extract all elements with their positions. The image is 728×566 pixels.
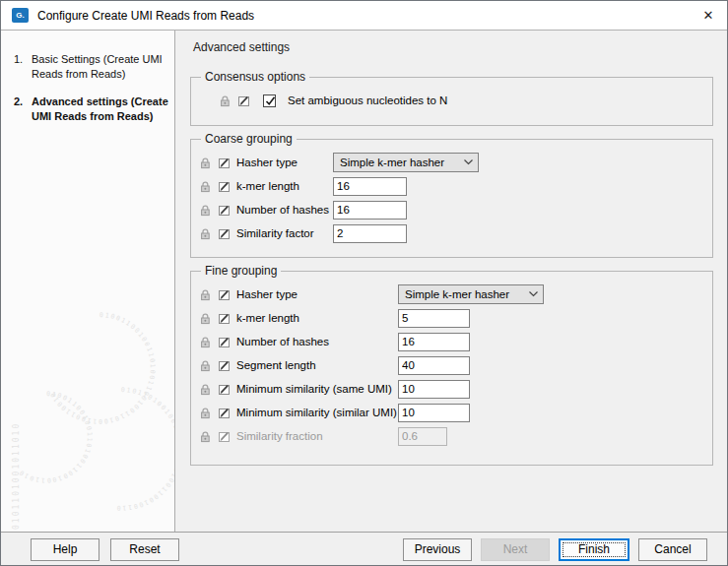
coarse-similarity-factor-input[interactable] [333,224,407,243]
field-label: Hasher type [236,157,333,168]
close-button[interactable]: ✕ [690,1,727,30]
fine-segment-length-input[interactable] [398,356,470,375]
field-label: k-mer length [236,180,333,192]
edit-pencil-icon[interactable] [218,407,231,419]
selected-value: Simple k-mer hasher [340,157,464,168]
checkmark-icon [264,94,277,107]
field-label: Hasher type [236,288,398,300]
content-panel: Advanced settings Consensus options Set … [175,31,727,532]
step-number: 1. [14,52,32,82]
lock-icon [199,180,212,193]
edit-pencil-icon[interactable] [218,204,231,217]
edit-pencil-icon[interactable] [218,359,231,372]
group-coarse-grouping: Coarse grouping Hasher type Simple k-mer… [190,132,713,258]
fine-hasher-type-select[interactable]: Simple k-mer hasher [398,284,544,304]
fine-min-similarity-same-umi-input[interactable] [398,380,470,399]
edit-pencil-icon[interactable] [218,180,231,193]
fine-number-of-hashes-input[interactable] [398,333,470,351]
step-label: Basic Settings (Create UMI Reads from Re… [32,52,168,82]
lock-icon [199,204,212,217]
edit-pencil-icon[interactable] [218,336,231,348]
lock-icon [199,227,212,240]
step-number: 2. [14,94,32,124]
fine-similarity-fraction-row: Similarity fraction [199,424,704,448]
finish-button[interactable]: Finish [559,538,629,561]
group-title: Fine grouping [201,264,281,278]
fine-number-of-hashes-row: Number of hashes [199,330,704,353]
watermark-text: 01001100100110100110010011010 [17,390,94,484]
lock-icon [199,407,212,419]
coarse-number-of-hashes-input[interactable] [333,201,407,220]
lock-icon [199,383,212,396]
dialog-footer: Help Reset Previous Next Finish Cancel [1,532,727,566]
edit-pencil-icon[interactable] [218,312,231,325]
dialog-body: 1. Basic Settings (Create UMI Reads from… [1,30,727,532]
group-title: Consensus options [201,70,309,84]
field-label: Minimum similarity (similar UMI) [236,407,398,418]
fine-similarity-fraction-input [398,427,447,446]
field-label: Similarity factor [236,227,333,239]
configure-dialog-window: G. Configure Create UMI Reads from Reads… [0,0,728,566]
edit-pencil-icon[interactable] [237,94,250,107]
field-label: Segment length [236,359,398,371]
fine-kmer-length-row: k-mer length [199,306,704,330]
lock-icon [199,312,212,325]
window-title: Configure Create UMI Reads from Reads [37,9,254,23]
wizard-steps: 1. Basic Settings (Create UMI Reads from… [1,31,174,124]
edit-pencil-icon[interactable] [218,157,231,169]
close-icon: ✕ [703,8,714,23]
chevron-down-icon [529,291,538,297]
lock-icon [199,336,212,348]
ambiguous-nucleotides-checkbox[interactable] [263,94,276,107]
selected-value: Simple k-mer hasher [405,288,529,300]
step-advanced-settings: 2. Advanced settings (Create UMI Reads f… [14,94,168,124]
coarse-hasher-type-select[interactable]: Simple k-mer hasher [333,153,479,172]
edit-pencil-icon[interactable] [218,227,231,240]
step-basic-settings: 1. Basic Settings (Create UMI Reads from… [14,52,168,82]
edit-pencil-icon [218,430,231,443]
reset-button[interactable]: Reset [110,538,179,561]
field-label: k-mer length [236,312,398,324]
fine-hasher-type-row: Hasher type Simple k-mer hasher [199,283,704,306]
page-title: Advanced settings [190,31,713,65]
watermark-text: 0101101001001100101101001100100110 [115,386,174,512]
fine-min-similarity-similar-umi-input[interactable] [398,404,470,422]
field-label: Number of hashes [236,336,398,347]
fine-min-similarity-similar-umi-row: Minimum similarity (similar UMI) [199,401,704,424]
wizard-sidebar: 1. Basic Settings (Create UMI Reads from… [1,31,175,532]
footer-left-buttons: Help Reset [31,538,179,561]
chevron-down-icon [464,159,473,165]
binary-spiral-watermark: 0100110010011010011001001101001100110010… [1,266,174,532]
titlebar[interactable]: G. Configure Create UMI Reads from Reads… [1,1,727,30]
fine-kmer-length-input[interactable] [398,309,470,328]
step-label: Advanced settings (Create UMI Reads from… [32,94,168,124]
next-button: Next [481,538,550,561]
help-button[interactable]: Help [31,538,99,561]
checkbox-label: Set ambiguous nucleotides to N [288,94,447,106]
watermark-text: 0100110010011010011001001101001100110010 [48,311,157,425]
fine-segment-length-row: Segment length [199,353,704,377]
field-label: Minimum similarity (same UMI) [236,383,398,395]
edit-pencil-icon[interactable] [218,288,231,301]
watermark-text: 0101101001011010 [12,422,21,530]
coarse-kmer-length-input[interactable] [333,177,407,196]
footer-right-buttons: Previous Next Finish Cancel [403,538,707,561]
app-logo-icon: G. [12,8,29,23]
coarse-similarity-factor-row: Similarity factor [199,221,704,245]
ambiguous-nucleotides-row: Set ambiguous nucleotides to N [199,89,704,112]
coarse-number-of-hashes-row: Number of hashes [199,198,704,221]
cancel-button[interactable]: Cancel [638,538,707,561]
edit-pencil-icon[interactable] [218,383,231,396]
previous-button[interactable]: Previous [403,538,472,561]
fine-min-similarity-same-umi-row: Minimum similarity (same UMI) [199,377,704,401]
coarse-kmer-length-row: k-mer length [199,174,704,198]
field-label: Number of hashes [236,204,333,216]
coarse-hasher-type-row: Hasher type Simple k-mer hasher [199,151,704,174]
group-consensus-options: Consensus options Set ambiguous nucleoti… [190,70,713,126]
lock-icon [199,157,212,169]
lock-icon [219,94,232,107]
group-title: Coarse grouping [201,132,297,146]
field-label: Similarity fraction [236,430,398,442]
lock-icon [199,359,212,372]
lock-icon [199,288,212,301]
